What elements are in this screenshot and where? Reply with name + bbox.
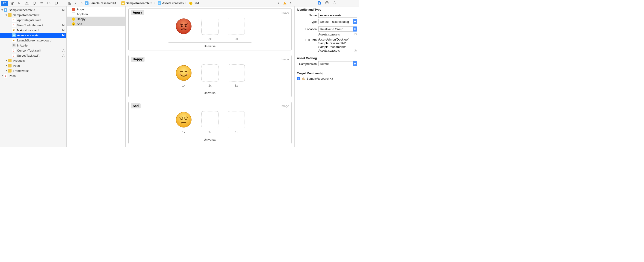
asset-item-appicon[interactable]: AppIcon	[66, 12, 126, 16]
swift-icon: ⟆	[12, 54, 16, 57]
tab-breakpoints-icon[interactable]	[45, 1, 52, 6]
nav-label: Frameworks	[13, 69, 64, 72]
nav-row-assets-xcassets[interactable]: ▦Assets.xcassetsM	[0, 33, 66, 38]
svg-point-26	[73, 23, 73, 24]
slot-image	[175, 64, 192, 81]
image-set-sad[interactable]: Sad Image 1x2x3x Universal	[128, 102, 292, 144]
nav-row-sampleresearchkit[interactable]: SampleResearchKit	[0, 12, 66, 17]
swift-icon: ⟆	[12, 48, 16, 52]
slot-label: 2x	[208, 131, 212, 134]
crumb-asset-item[interactable]: Sad	[189, 0, 199, 6]
asset-item-happy[interactable]: Happy	[66, 16, 126, 21]
svg-rect-14	[284, 4, 285, 4]
asset-item-angry[interactable]: Angry	[66, 7, 126, 12]
nav-row-main-storyboard[interactable]: ◧Main.storyboardM	[0, 28, 66, 33]
related-items-icon[interactable]	[67, 0, 73, 6]
tab-tests-icon[interactable]	[30, 1, 38, 6]
story-icon: ◧	[12, 38, 16, 42]
happy-icon	[72, 17, 75, 21]
svg-point-25	[72, 22, 75, 25]
nav-row-pods[interactable]: Pods	[0, 63, 66, 68]
image-set-caption: Universal	[128, 138, 291, 141]
tab-logs-icon[interactable]	[52, 1, 60, 6]
assets-icon: ▦	[12, 33, 16, 37]
nav-row-viewcontroller-swift[interactable]: ⟆ViewController.swiftM	[0, 22, 66, 28]
empty-slot	[202, 111, 218, 128]
nav-row-pods[interactable]: ◇Pods	[0, 73, 66, 78]
crumb-assets[interactable]: ▦ Assets.xcassets	[158, 0, 184, 6]
svg-point-32	[179, 74, 181, 75]
slot-3x[interactable]: 3x	[227, 64, 245, 87]
crumb-group[interactable]: ▬ SampleResearchKit	[121, 0, 152, 6]
svg-rect-9	[86, 2, 87, 4]
target-membership-checkbox[interactable]	[297, 77, 300, 80]
crumb-project[interactable]: SampleResearchKit	[85, 0, 116, 6]
slot-1x[interactable]: 1x	[175, 111, 193, 134]
image-set-happy[interactable]: Happy Image 1x2x3x Universal	[128, 55, 292, 97]
slot-2x[interactable]: 2x	[201, 64, 219, 87]
reveal-in-finder-icon[interactable]	[353, 49, 357, 52]
name-field[interactable]	[318, 13, 357, 18]
svg-point-29	[181, 25, 182, 27]
stepper-icon	[353, 61, 357, 66]
svg-rect-1	[12, 2, 13, 3]
quick-help-icon[interactable]	[325, 1, 329, 5]
slot-2x[interactable]: 2x	[201, 111, 219, 134]
type-select[interactable]: Default - assetcatalog	[318, 19, 357, 24]
go-forward-icon[interactable]	[79, 0, 85, 6]
scm-status: M	[62, 34, 64, 37]
svg-point-34	[176, 112, 191, 127]
asset-item-sad[interactable]: Sad	[66, 21, 126, 26]
folder-icon	[8, 13, 12, 17]
svg-point-31	[176, 65, 191, 81]
nav-row-sampleresearchkit[interactable]: SampleResearchKitM	[0, 7, 66, 12]
slot-3x[interactable]: 3x	[227, 111, 245, 134]
svg-point-24	[74, 19, 74, 19]
scm-status: M	[62, 23, 64, 27]
proj-icon	[4, 8, 8, 12]
slot-label: 1x	[182, 37, 185, 40]
svg-point-3	[18, 2, 20, 4]
folder-icon	[8, 59, 12, 62]
compression-select[interactable]: Default	[318, 61, 357, 66]
svg-point-11	[190, 2, 190, 3]
nav-row-surveytask-swift[interactable]: ⟆SurveyTask.swiftA	[0, 53, 66, 58]
file-inspector-icon[interactable]	[318, 1, 321, 5]
slot-2x[interactable]: 2x	[201, 18, 219, 40]
go-back-icon[interactable]	[73, 0, 79, 6]
slot-3x[interactable]: 3x	[227, 18, 245, 40]
nav-row-frameworks[interactable]: Frameworks	[0, 68, 66, 73]
tab-files-icon[interactable]	[1, 1, 8, 6]
image-set-angry[interactable]: Angry Image 1x2x3x Universal	[128, 8, 292, 50]
svg-point-30	[185, 25, 186, 27]
tab-issues-icon[interactable]	[23, 1, 30, 6]
location-select[interactable]: Relative to Group	[318, 26, 357, 31]
crumb-label: SampleResearchKit	[90, 1, 116, 5]
tab-scm-icon[interactable]	[8, 1, 16, 6]
nav-row-info-plist[interactable]: ≣Info.plist	[0, 43, 66, 48]
nav-row-consenttask-swift[interactable]: ⟆ConsentTask.swiftA	[0, 48, 66, 53]
slot-1x[interactable]: 1x	[175, 18, 193, 40]
chevron-right-icon: 〉	[184, 1, 189, 5]
nav-row-appdelegate-swift[interactable]: ⟆AppDelegate.swift	[0, 17, 66, 22]
svg-rect-5	[70, 2, 71, 3]
folder-picker-icon[interactable]	[354, 32, 357, 36]
nav-label: SampleResearchKit	[13, 13, 64, 17]
tab-debug-icon[interactable]	[38, 1, 45, 6]
asset-catalog-section-title: Asset Catalog	[297, 56, 357, 60]
slot-1x[interactable]: 1x	[175, 64, 193, 87]
top-toolbar: SampleResearchKit 〉 ▬ SampleResearchKit …	[0, 0, 359, 6]
fullpath-value: /Users/simon/Desktop/SampleResearchKit/S…	[318, 38, 352, 52]
attributes-inspector-icon[interactable]	[333, 1, 336, 5]
warning-icon[interactable]	[282, 1, 288, 5]
tab-search-icon[interactable]	[16, 1, 23, 6]
nav-row-products[interactable]: Products	[0, 58, 66, 63]
image-set-title: Happy	[131, 57, 144, 62]
angry-icon	[72, 7, 75, 11]
crumb-label: Assets.xcassets	[162, 1, 184, 5]
nav-row-launchscreen-storyboard[interactable]: ◧LaunchScreen.storyboard	[0, 38, 66, 43]
next-issue-icon[interactable]	[288, 1, 294, 5]
prev-issue-icon[interactable]	[276, 1, 282, 5]
inspector-panel: Identity and Type Name Type Default - as…	[294, 6, 359, 147]
svg-rect-6	[69, 3, 70, 4]
